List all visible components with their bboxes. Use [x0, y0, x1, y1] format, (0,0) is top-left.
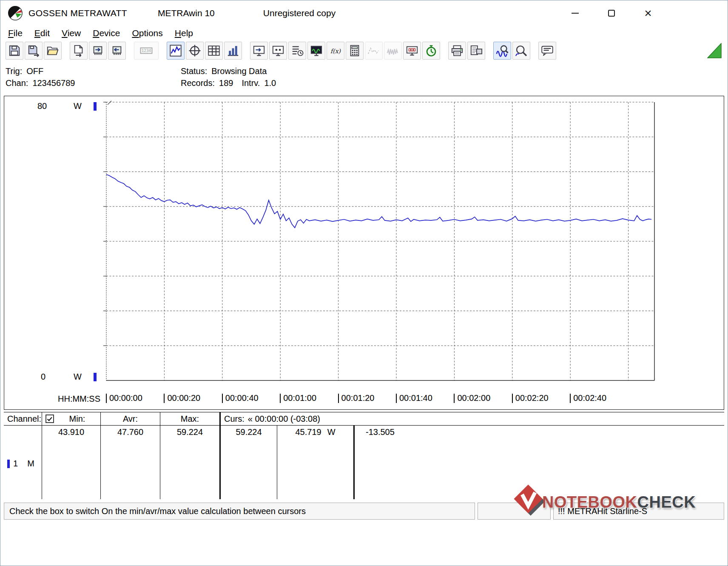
- x-axis-tick-mark: [396, 394, 397, 403]
- x-axis-tick-mark: [164, 394, 165, 403]
- export-file-button[interactable]: [70, 42, 88, 60]
- print-preview-button[interactable]: [467, 42, 485, 60]
- window-controls: ×: [561, 4, 662, 23]
- device-config-button[interactable]: [269, 42, 287, 60]
- monitor-wave-icon: [310, 44, 323, 57]
- header-channel: Channel:: [4, 412, 42, 425]
- zoom-button[interactable]: [512, 42, 530, 60]
- lcd-icon: 1234: [140, 44, 153, 57]
- note-button[interactable]: [538, 42, 556, 60]
- x-axis: HH:MM:SS 00:00:0000:00:2000:00:4000:01:0…: [4, 391, 724, 409]
- channel-1-marker-bottom: [94, 373, 97, 381]
- status-label: Status:: [181, 66, 207, 76]
- title-bar: GOSSEN METRAWATT METRAwin 10 Unregistere…: [0, 0, 728, 26]
- y-axis-max-label: 80: [37, 101, 47, 111]
- x-axis-tick-label: 00:02:00: [457, 393, 490, 403]
- minimize-button[interactable]: [561, 4, 589, 23]
- svg-text:f(x): f(x): [330, 48, 341, 54]
- chip-out-icon: [111, 44, 123, 57]
- svg-text:1234: 1234: [142, 48, 151, 53]
- y-axis-min-label: 0: [41, 372, 46, 382]
- cursors-value: « 00:00:00 (-03:08): [248, 414, 320, 424]
- close-button[interactable]: ×: [634, 4, 662, 23]
- print-button[interactable]: [448, 42, 466, 60]
- table-view-button[interactable]: [205, 42, 223, 60]
- x-axis-tick-label: 00:01:00: [283, 393, 316, 403]
- export-save-button[interactable]: [25, 42, 43, 60]
- window-title-brand: GOSSEN METRAWATT: [28, 8, 127, 18]
- timer-button[interactable]: [422, 42, 440, 60]
- menu-file[interactable]: File: [2, 27, 28, 39]
- signal-sparse-button[interactable]: [365, 42, 383, 60]
- checkmark-icon: [47, 416, 52, 421]
- x-axis-tick-label: 00:00:20: [167, 393, 200, 403]
- header-cursors: Curs: « 00:00:00 (-03:08): [219, 412, 724, 425]
- acquisition-info: Trig:OFF Chan:123456789 Status:Browsing …: [0, 61, 728, 95]
- values-table-header: Channel: Min: Avr: Max: Curs: « 00:00:00…: [4, 412, 724, 426]
- monitor-config-icon: [272, 44, 284, 57]
- wave-sparse-icon: [367, 44, 380, 57]
- chart-plot[interactable]: [4, 96, 725, 410]
- x-axis-tick-mark: [106, 394, 107, 403]
- toolbar-buttons: 1234f(x): [6, 42, 556, 60]
- schedule-button[interactable]: [288, 42, 306, 60]
- crosshair-icon: [188, 44, 201, 57]
- trend-view-button[interactable]: [167, 42, 185, 60]
- menu-help[interactable]: Help: [169, 27, 199, 39]
- calculator-button[interactable]: [346, 42, 364, 60]
- records-label: Records:: [181, 78, 215, 88]
- maximize-button[interactable]: [597, 4, 626, 23]
- cursor-1-value: 59.224: [219, 426, 277, 499]
- menu-edit[interactable]: Edit: [28, 27, 56, 39]
- list-clock-icon: [291, 44, 304, 57]
- x-axis-tick: 00:02:20: [512, 393, 549, 403]
- x-axis-tick: 00:01:00: [280, 393, 316, 403]
- x-axis-tick: 00:01:20: [338, 393, 375, 403]
- fx-icon: f(x): [329, 44, 342, 57]
- y-axis-unit-top: W: [74, 101, 82, 111]
- xy-view-button[interactable]: [186, 42, 204, 60]
- calc-between-cursors-checkbox[interactable]: [46, 414, 54, 423]
- header-avr: Avr:: [100, 412, 160, 425]
- formula-button[interactable]: f(x): [327, 42, 344, 60]
- write-device-button[interactable]: [108, 42, 126, 60]
- floppy-icon: [8, 44, 21, 57]
- menu-device[interactable]: Device: [87, 27, 126, 39]
- zoom-icon: [515, 44, 528, 57]
- toolbar-corner-grip[interactable]: [707, 43, 722, 58]
- channel-status: Chan:123456789: [6, 77, 77, 89]
- transfer-button[interactable]: [250, 42, 268, 60]
- status-value: Browsing Data: [211, 66, 267, 76]
- channel-number: 1: [13, 459, 18, 469]
- status-hint: Check the box to switch On the min/avr/m…: [4, 503, 475, 520]
- open-button[interactable]: [44, 42, 62, 60]
- x-axis-tick-label: 00:02:20: [515, 393, 549, 403]
- x-axis-tick-label: 00:01:20: [341, 393, 375, 403]
- menu-options[interactable]: Options: [126, 27, 168, 39]
- x-axis-tick-mark: [280, 394, 281, 403]
- monitor-button[interactable]: [307, 42, 325, 60]
- x-axis-tick-label: 00:02:40: [573, 393, 606, 403]
- cursor-2-value-cell: 45.719 W: [277, 426, 353, 499]
- signal-dense-button[interactable]: [384, 42, 402, 60]
- trigger-label: Trig:: [6, 66, 22, 76]
- x-axis-tick-mark: [512, 394, 513, 403]
- x-axis-tick-label: 00:01:40: [399, 393, 432, 403]
- floppy-export-icon: [27, 44, 40, 57]
- interval-value: 1.0: [264, 78, 276, 88]
- zoom-wave-icon: [496, 44, 509, 57]
- header-max: Max:: [160, 412, 219, 425]
- monitor-arrow-icon: [253, 44, 265, 57]
- save-button[interactable]: [6, 42, 23, 60]
- bar-view-button[interactable]: [224, 42, 242, 60]
- meter-display-button[interactable]: [403, 42, 421, 60]
- watermark-check: CHECK: [637, 493, 696, 511]
- close-icon: ×: [644, 7, 652, 20]
- metrawin-window: GOSSEN METRAWATT METRAwin 10 Unregistere…: [0, 0, 728, 566]
- numeric-display-button[interactable]: 1234: [134, 42, 159, 60]
- zoom-curve-button[interactable]: [493, 42, 511, 60]
- read-device-button[interactable]: [89, 42, 107, 60]
- x-axis-tick: 00:02:40: [570, 393, 606, 403]
- maximize-icon: [608, 10, 615, 17]
- menu-view[interactable]: View: [56, 27, 87, 39]
